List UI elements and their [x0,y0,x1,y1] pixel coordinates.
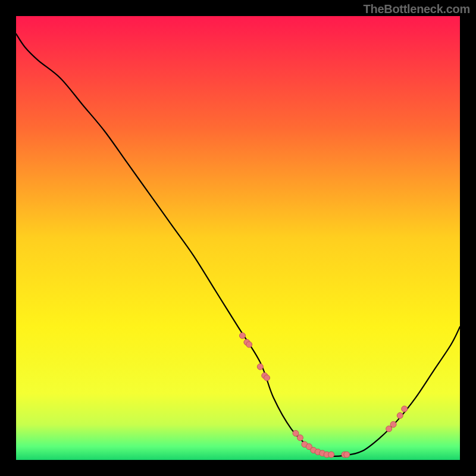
data-point [264,375,270,381]
data-point [386,426,392,432]
attribution-text: TheBottleneck.com [364,2,470,16]
data-point [239,333,245,339]
data-point [293,430,299,436]
data-point [344,452,350,458]
data-point [257,364,263,369]
data-point [297,435,303,441]
data-point [246,342,252,347]
data-point [397,412,403,418]
data-point [390,421,396,427]
chart-frame: TheBottleneck.com [0,0,476,476]
chart-svg [16,16,460,460]
chart-plot-area [16,16,460,460]
chart-background [16,16,460,460]
data-point [328,452,334,458]
data-point [402,406,408,412]
